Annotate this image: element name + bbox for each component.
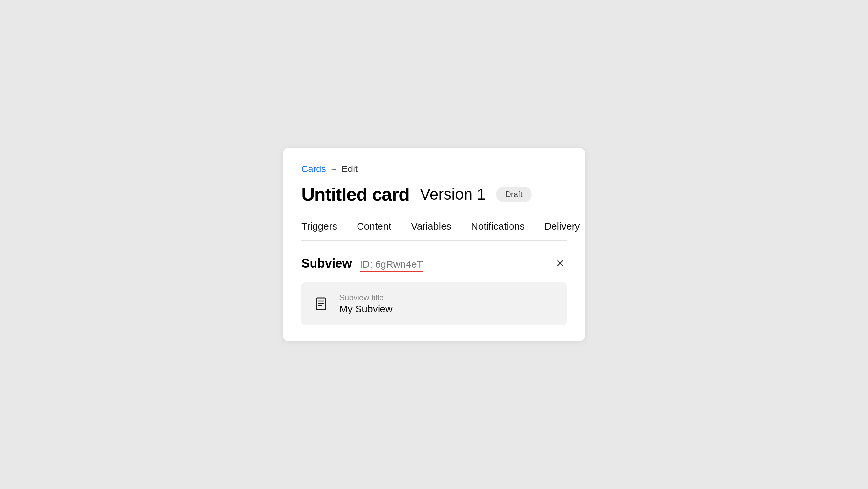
close-button[interactable]: × xyxy=(554,256,567,270)
subview-item-name: My Subview xyxy=(339,303,393,315)
card-body: Subview ID: 6gRwn4eT × Subview title My … xyxy=(283,241,585,341)
draft-badge-button[interactable]: Draft xyxy=(496,187,531,202)
svg-rect-4 xyxy=(316,299,317,308)
tab-delivery[interactable]: Delivery xyxy=(544,221,585,241)
card-title: Untitled card xyxy=(301,184,409,205)
subview-id-prefix: ID: xyxy=(360,259,375,270)
subview-item[interactable]: Subview title My Subview xyxy=(301,282,567,325)
tab-content[interactable]: Content xyxy=(357,221,403,241)
subview-id: ID: 6gRwn4eT xyxy=(360,259,423,272)
breadcrumb: Cards → Edit xyxy=(301,164,567,174)
tabs-row: Triggers Content Variables Notifications… xyxy=(301,221,567,241)
card-version: Version 1 xyxy=(420,185,486,203)
breadcrumb-arrow: → xyxy=(330,164,338,174)
subview-label: Subview xyxy=(301,256,352,271)
tab-variables[interactable]: Variables xyxy=(411,221,463,241)
main-card: Cards → Edit Untitled card Version 1 Dra… xyxy=(283,148,585,341)
subview-id-value: 6gRwn4eT xyxy=(375,259,423,270)
breadcrumb-cards-link[interactable]: Cards xyxy=(301,164,326,174)
subview-left: Subview ID: 6gRwn4eT xyxy=(301,256,423,272)
subview-item-content: Subview title My Subview xyxy=(339,293,393,315)
subview-item-icon xyxy=(313,295,330,312)
tab-notifications[interactable]: Notifications xyxy=(471,221,536,241)
tab-triggers[interactable]: Triggers xyxy=(301,221,349,241)
title-row: Untitled card Version 1 Draft xyxy=(301,184,567,205)
breadcrumb-current: Edit xyxy=(342,164,358,174)
card-header: Cards → Edit Untitled card Version 1 Dra… xyxy=(283,148,585,241)
subview-header: Subview ID: 6gRwn4eT × xyxy=(301,256,567,272)
subview-item-title-label: Subview title xyxy=(339,293,393,302)
